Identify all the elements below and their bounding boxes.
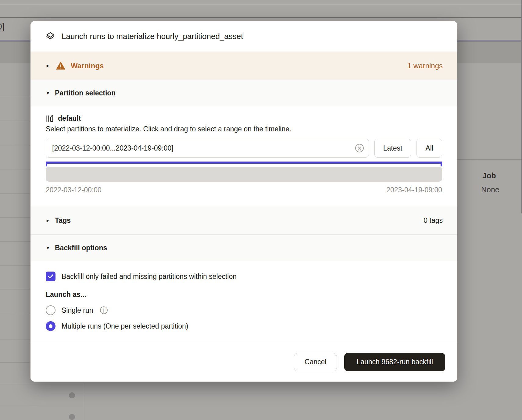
partition-selection-header: Partition selection bbox=[55, 89, 116, 97]
tags-section-toggle[interactable]: ▸ Tags 0 tags bbox=[30, 206, 457, 235]
radio-unselected-icon[interactable] bbox=[46, 305, 55, 315]
selection-range-bracket bbox=[46, 162, 442, 166]
bg-truncated-text: 0] bbox=[0, 21, 5, 32]
timeline-start-label: 2022-03-12-00:00 bbox=[46, 186, 102, 194]
partition-range-row: Latest All bbox=[46, 139, 442, 158]
checkbox-checked-icon[interactable] bbox=[46, 272, 55, 281]
partition-set-icon bbox=[46, 115, 54, 123]
partition-selection-body: default Select partitions to materialize… bbox=[30, 106, 457, 206]
partition-selection-toggle[interactable]: ▾ Partition selection bbox=[30, 80, 457, 106]
launch-backfill-dialog: Launch runs to materialize hourly_partit… bbox=[30, 21, 457, 382]
bg-row-divider bbox=[0, 241, 30, 242]
radio-selected-icon[interactable] bbox=[46, 321, 55, 331]
warning-triangle-icon bbox=[56, 62, 65, 70]
bg-status-dot bbox=[69, 414, 75, 420]
bg-row-divider bbox=[457, 159, 522, 160]
cancel-button[interactable]: Cancel bbox=[294, 353, 337, 371]
bg-row-divider bbox=[0, 314, 30, 314]
bg-row-divider bbox=[0, 217, 30, 218]
selection-range-tick-start bbox=[46, 162, 47, 166]
bg-toolbar-divider bbox=[0, 17, 522, 18]
warnings-count-badge: 1 warnings bbox=[407, 62, 443, 70]
partition-timeline[interactable] bbox=[46, 167, 442, 182]
bg-row-divider bbox=[0, 169, 30, 169]
clear-circle-x-icon bbox=[355, 144, 364, 153]
backfill-checkbox-label: Backfill only failed and missing partiti… bbox=[62, 272, 237, 281]
clear-selection-button[interactable] bbox=[355, 144, 364, 153]
backfill-options-header: Backfill options bbox=[55, 244, 107, 252]
bg-row-divider bbox=[0, 406, 83, 406]
select-all-button[interactable]: All bbox=[417, 139, 442, 158]
bg-row-divider bbox=[0, 4, 522, 5]
launch-as-label: Launch as... bbox=[46, 290, 442, 299]
bg-row-divider bbox=[0, 340, 30, 340]
checkmark-icon bbox=[47, 273, 54, 280]
single-run-label: Single run bbox=[62, 306, 93, 315]
warnings-section-toggle[interactable]: ▸ Warnings 1 warnings bbox=[30, 52, 457, 80]
timeline-labels: 2022-03-12-00:00 2023-04-19-09:00 bbox=[46, 186, 442, 194]
partition-range-input-wrap bbox=[46, 139, 369, 158]
backfill-failed-missing-checkbox-row[interactable]: Backfill only failed and missing partiti… bbox=[46, 272, 442, 281]
bg-row-divider bbox=[0, 97, 30, 97]
bg-row-divider bbox=[0, 193, 30, 194]
dialog-footer: Cancel Launch 9682-run backfill bbox=[30, 342, 457, 382]
partition-range-input[interactable] bbox=[46, 139, 369, 158]
bg-row-divider bbox=[0, 290, 30, 290]
bg-job-column-header: Job bbox=[482, 171, 496, 180]
partition-selection-description: Select partitions to materialize. Click … bbox=[46, 125, 442, 133]
single-run-radio-row[interactable]: Single run ⓘ bbox=[46, 305, 442, 315]
launch-backfill-button[interactable]: Launch 9682-run backfill bbox=[344, 353, 445, 371]
selection-range-tick-end bbox=[441, 162, 442, 166]
select-latest-button[interactable]: Latest bbox=[374, 139, 411, 158]
multiple-runs-label: Multiple runs (One per selected partitio… bbox=[62, 322, 188, 330]
materialize-layers-icon bbox=[46, 32, 55, 41]
tags-count-badge: 0 tags bbox=[424, 216, 443, 225]
tags-header: Tags bbox=[55, 216, 71, 225]
partition-dimension-name: default bbox=[58, 114, 81, 123]
backfill-options-toggle[interactable]: ▾ Backfill options bbox=[30, 235, 457, 261]
partition-dimension-row: default bbox=[46, 114, 442, 123]
timeline-end-label: 2023-04-19-09:00 bbox=[386, 186, 442, 194]
bg-status-dot bbox=[69, 392, 75, 398]
warnings-label: Warnings bbox=[71, 62, 104, 70]
chevron-right-icon: ▸ bbox=[45, 63, 51, 68]
chevron-down-icon: ▾ bbox=[45, 245, 51, 251]
selection-range-bar bbox=[46, 162, 442, 164]
bg-row-divider bbox=[0, 385, 83, 385]
backfill-options-body: Backfill only failed and missing partiti… bbox=[30, 261, 457, 337]
multiple-runs-radio-row[interactable]: Multiple runs (One per selected partitio… bbox=[46, 321, 442, 331]
chevron-right-icon: ▸ bbox=[45, 218, 51, 223]
chevron-down-icon: ▾ bbox=[45, 91, 51, 96]
bg-row-divider bbox=[0, 145, 30, 145]
bg-row-divider bbox=[0, 265, 30, 266]
bg-row-divider bbox=[0, 121, 30, 121]
info-icon[interactable]: ⓘ bbox=[100, 306, 108, 314]
dialog-header: Launch runs to materialize hourly_partit… bbox=[30, 21, 457, 52]
bg-job-column-value: None bbox=[481, 185, 499, 194]
bg-column-divider bbox=[83, 382, 83, 420]
dialog-title: Launch runs to materialize hourly_partit… bbox=[62, 32, 243, 41]
